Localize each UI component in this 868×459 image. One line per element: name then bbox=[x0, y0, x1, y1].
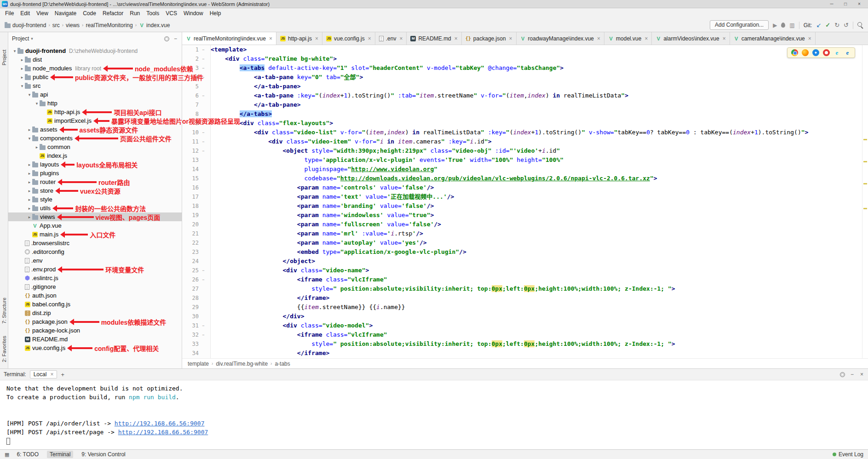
tree-item-importexcel.js[interactable]: JSimportExcel.js暴露环境变量地址给图片or视频资源路径呈现 bbox=[8, 116, 182, 125]
terminal-link[interactable]: http://192.168.66.56:9007 bbox=[115, 420, 205, 427]
close-tab-icon[interactable]: × bbox=[399, 35, 402, 42]
breadcrumb-item-realtimemonitoring[interactable]: realTimeMonitoring bbox=[86, 22, 132, 29]
status-9-version-control[interactable]: 9: Version Control bbox=[81, 451, 125, 458]
code-line[interactable]: <div class="flex-layouts"> bbox=[211, 119, 868, 128]
firefox-browser-icon[interactable] bbox=[802, 49, 809, 56]
code-line[interactable]: <param name='controls' value='false'/> bbox=[211, 183, 868, 192]
close-tab-icon[interactable]: × bbox=[368, 35, 371, 42]
tree-item-.browserslistrc[interactable]: .browserslistrc bbox=[8, 239, 182, 247]
code-line[interactable]: <param name='branding' value='false'/> bbox=[211, 201, 868, 211]
code-line[interactable]: <param name='mrl' :value='i.rtsp'/> bbox=[211, 229, 868, 238]
menu-navigate[interactable]: Navigate bbox=[52, 9, 80, 18]
code-line[interactable]: <a-tab-pane :key="(index+1).toString()" … bbox=[211, 91, 868, 100]
tree-item-common[interactable]: ▸common bbox=[8, 143, 182, 151]
terminal-tab-local[interactable]: Local × bbox=[30, 370, 57, 379]
fold-marker-icon[interactable]: − bbox=[199, 57, 208, 61]
tree-item-.eslintrc.js[interactable]: .eslintrc.js bbox=[8, 274, 182, 282]
tree-item-.editorconfig[interactable]: .editorconfig bbox=[8, 247, 182, 256]
tree-item-router[interactable]: ▸routerrouter路由 bbox=[8, 178, 182, 186]
tree-item-node-modules[interactable]: ▸node_moduleslibrary rootnode_modules依赖 bbox=[8, 64, 182, 73]
search-icon[interactable] bbox=[857, 22, 863, 28]
chrome-browser-icon[interactable] bbox=[791, 49, 798, 56]
chevron-closed-icon[interactable]: ▸ bbox=[27, 180, 32, 184]
tree-item-plugins[interactable]: ▸plugins bbox=[8, 169, 182, 178]
code-line[interactable]: </a-tabs> bbox=[211, 109, 868, 119]
code-line[interactable]: <div class="realTime bg-white"> bbox=[211, 54, 868, 63]
status-6-todo[interactable]: 6: TODO bbox=[17, 451, 39, 458]
tree-item-utils[interactable]: ▸utils封装的一些公共函数方法 bbox=[8, 204, 182, 212]
code-line[interactable]: <embed type="application/x-google-vlc-pl… bbox=[211, 247, 868, 257]
tool-window-switcher-icon[interactable]: ▦ bbox=[5, 452, 9, 458]
status-event-log[interactable]: Event Log bbox=[833, 451, 863, 458]
chevron-open-icon[interactable]: ▾ bbox=[34, 101, 40, 106]
code-line[interactable]: <param name='fullscreen' value='false'/> bbox=[211, 220, 868, 229]
tree-item-app.vue[interactable]: VApp.vue bbox=[8, 221, 182, 230]
code-line[interactable]: <object style="width:390px;height:219px"… bbox=[211, 146, 868, 155]
terminal-settings-icon[interactable] bbox=[840, 372, 845, 377]
fold-marker-icon[interactable]: − bbox=[199, 47, 208, 52]
close-panel-icon[interactable]: × bbox=[859, 371, 864, 378]
chevron-closed-icon[interactable]: ▸ bbox=[19, 75, 25, 80]
tree-item-.env[interactable]: .env bbox=[8, 256, 182, 265]
fold-marker-icon[interactable]: − bbox=[199, 323, 208, 328]
close-tab-icon[interactable]: × bbox=[454, 35, 458, 42]
tree-item-main.js[interactable]: JSmain.js入口文件 bbox=[8, 230, 182, 239]
coverage-icon[interactable]: ▥ bbox=[789, 22, 794, 29]
fold-marker-icon[interactable]: − bbox=[199, 268, 208, 273]
menu-window[interactable]: Window bbox=[180, 9, 207, 18]
settings-gear-icon[interactable] bbox=[164, 36, 169, 41]
fold-marker-icon[interactable]: − bbox=[199, 130, 208, 135]
fold-marker-icon[interactable]: − bbox=[199, 139, 208, 144]
editor-tab-roadwaymanage-index.vue[interactable]: VroadwayManage\index.vue× bbox=[517, 32, 604, 45]
tree-item-http[interactable]: ▾http bbox=[8, 99, 182, 108]
chevron-closed-icon[interactable]: ▸ bbox=[27, 162, 32, 167]
tool-button-7-structure[interactable]: 7: Structure bbox=[1, 298, 7, 324]
chevron-closed-icon[interactable]: ▸ bbox=[19, 66, 25, 71]
code-line[interactable]: <div class="video-name"> bbox=[211, 266, 868, 275]
tree-item-store[interactable]: ▸storevuex公共资源 bbox=[8, 186, 182, 195]
collapse-all-icon[interactable]: − bbox=[173, 35, 178, 42]
editor-tab-cameramanage-index.vue[interactable]: VcameraManage\index.vue× bbox=[730, 32, 816, 45]
editor-tab-http-api.js[interactable]: JShttp-api.js× bbox=[276, 32, 322, 45]
close-button[interactable]: × bbox=[852, 0, 866, 8]
tree-item-views[interactable]: ▸viewsview视图、pages页面 bbox=[8, 212, 182, 221]
code-line[interactable]: </iframe> bbox=[211, 293, 868, 303]
code-line[interactable]: </div> bbox=[211, 312, 868, 321]
menu-view[interactable]: View bbox=[33, 9, 52, 18]
tree-item-auth.json[interactable]: {}auth.json bbox=[8, 291, 182, 300]
new-terminal-button[interactable]: + bbox=[61, 371, 64, 378]
history-icon[interactable]: ↻ bbox=[834, 22, 839, 29]
tree-item-package.json[interactable]: {}package.jsonmodules依赖描述文件 bbox=[8, 317, 182, 326]
editor-breadcrumb-a-tabs[interactable]: a-tabs bbox=[275, 361, 290, 367]
fold-marker-icon[interactable]: − bbox=[199, 277, 208, 282]
editor-tab-.env[interactable]: .env× bbox=[375, 32, 407, 45]
code-line[interactable]: <param name='windowless' value="true"> bbox=[211, 211, 868, 220]
debug-icon[interactable] bbox=[781, 23, 785, 28]
tree-item-dist.zip[interactable]: dist.zip bbox=[8, 309, 182, 317]
maximize-button[interactable]: □ bbox=[839, 0, 852, 8]
rollback-icon[interactable]: ↺ bbox=[844, 22, 849, 29]
chevron-closed-icon[interactable]: ▸ bbox=[27, 215, 32, 219]
fold-marker-icon[interactable]: − bbox=[199, 149, 208, 153]
code-editor[interactable]: <template> <div class="realTime bg-white… bbox=[211, 45, 868, 358]
code-line[interactable]: </a-tab-pane> bbox=[211, 100, 868, 109]
tree-item-style[interactable]: ▸style bbox=[8, 195, 182, 204]
close-terminal-tab-icon[interactable]: × bbox=[50, 371, 53, 378]
ie-browser-icon[interactable]: e bbox=[834, 49, 840, 56]
code-line[interactable]: <iframe class="vlcIframe" bbox=[211, 330, 868, 339]
project-tool-button[interactable]: Project bbox=[1, 50, 7, 65]
chevron-closed-icon[interactable]: ▸ bbox=[27, 171, 32, 176]
tree-item-readme.md[interactable]: MREADME.md bbox=[8, 335, 182, 344]
editor-breadcrumb-template[interactable]: template bbox=[188, 361, 209, 367]
minimize-panel-icon[interactable]: − bbox=[850, 371, 855, 378]
safari-browser-icon[interactable] bbox=[812, 49, 819, 56]
code-line[interactable]: <a-tab-pane key="0" tab="全部"> bbox=[211, 73, 868, 82]
close-tab-icon[interactable]: × bbox=[808, 35, 811, 42]
code-line[interactable]: type='application/x-vlc-plugin' events='… bbox=[211, 155, 868, 165]
code-line[interactable]: style=" position:absolute;visibility:inh… bbox=[211, 339, 868, 349]
chevron-closed-icon[interactable]: ▸ bbox=[27, 197, 32, 202]
close-tab-icon[interactable]: × bbox=[269, 35, 272, 42]
close-tab-icon[interactable]: × bbox=[644, 35, 648, 42]
code-line[interactable]: pluginspage="http://www.videolan.org" bbox=[211, 165, 868, 174]
editor-tab-alarmvideos-index.vue[interactable]: ValarmVideos\index.vue× bbox=[652, 32, 730, 45]
